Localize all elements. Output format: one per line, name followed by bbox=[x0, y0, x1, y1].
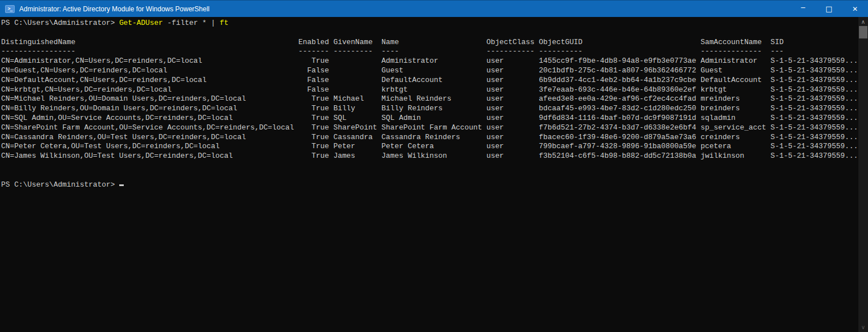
command-line: PS C:\Users\Administrator> Get-ADUser -f… bbox=[1, 19, 858, 28]
maximize-button[interactable]: □ bbox=[816, 1, 842, 17]
scroll-up-icon: ∧ bbox=[861, 19, 865, 25]
title-bar: >_ Administrator: Active Directory Modul… bbox=[0, 0, 868, 17]
console-line bbox=[1, 161, 858, 171]
console-line: CN=krbtgt,CN=Users,DC=reinders,DC=local … bbox=[1, 85, 858, 95]
window-controls: ─ □ ✕ bbox=[790, 1, 868, 17]
console-line: ----------------- ------- --------- ----… bbox=[1, 47, 858, 57]
minimize-icon: ─ bbox=[801, 5, 805, 11]
maximize-icon: □ bbox=[826, 5, 832, 12]
window-title: Administrator: Active Directory Module f… bbox=[19, 5, 790, 13]
console-line: CN=Michael Reinders,OU=Domain Users,DC=r… bbox=[1, 94, 858, 104]
console-line: DistinguishedName Enabled GivenName Name… bbox=[1, 38, 858, 48]
scroll-down-button[interactable]: ∨ bbox=[858, 322, 868, 332]
console-line: CN=SQL Admin,OU=Service Accounts,DC=rein… bbox=[1, 114, 858, 123]
prompt-text: PS C:\Users\Administrator> bbox=[1, 19, 119, 27]
command-text: Get-ADUser bbox=[119, 19, 163, 27]
prompt-text: PS C:\Users\Administrator> bbox=[1, 180, 119, 189]
console-line: CN=Billy Reinders,OU=Domain Users,DC=rei… bbox=[1, 104, 858, 114]
console-line: CN=Guest,CN=Users,DC=reinders,DC=local F… bbox=[1, 66, 858, 76]
piped-command-text: ft bbox=[220, 19, 228, 27]
console-line: CN=Administrator,CN=Users,DC=reinders,DC… bbox=[1, 57, 858, 66]
console-line: CN=Peter Cetera,OU=Test Users,DC=reinder… bbox=[1, 142, 858, 152]
prompt-line: PS C:\Users\Administrator> bbox=[1, 180, 858, 190]
close-icon: ✕ bbox=[852, 6, 858, 12]
console-line bbox=[1, 171, 858, 180]
scroll-up-button[interactable]: ∧ bbox=[858, 17, 868, 27]
minimize-button[interactable]: ─ bbox=[790, 1, 816, 17]
text-cursor bbox=[119, 184, 124, 186]
console-output: DistinguishedName Enabled GivenName Name… bbox=[1, 28, 858, 180]
console-line: CN=DefaultAccount,CN=Users,DC=reinders,D… bbox=[1, 76, 858, 85]
vertical-scrollbar[interactable]: ∧ ∨ bbox=[858, 17, 868, 332]
console-line: CN=SharePoint Farm Account,OU=Service Ac… bbox=[1, 123, 858, 133]
command-args: -filter * | bbox=[163, 19, 220, 27]
console-line bbox=[1, 28, 858, 38]
powershell-icon[interactable]: >_ bbox=[5, 5, 15, 13]
console-line: CN=Cassandra Reinders,OU=Test Users,DC=r… bbox=[1, 133, 858, 143]
console-line: CN=James Wilkinson,OU=Test Users,DC=rein… bbox=[1, 152, 858, 161]
scrollbar-thumb[interactable] bbox=[859, 26, 867, 38]
close-button[interactable]: ✕ bbox=[842, 1, 868, 17]
console[interactable]: PS C:\Users\Administrator> Get-ADUser -f… bbox=[0, 17, 858, 332]
scroll-down-icon: ∨ bbox=[861, 324, 865, 330]
